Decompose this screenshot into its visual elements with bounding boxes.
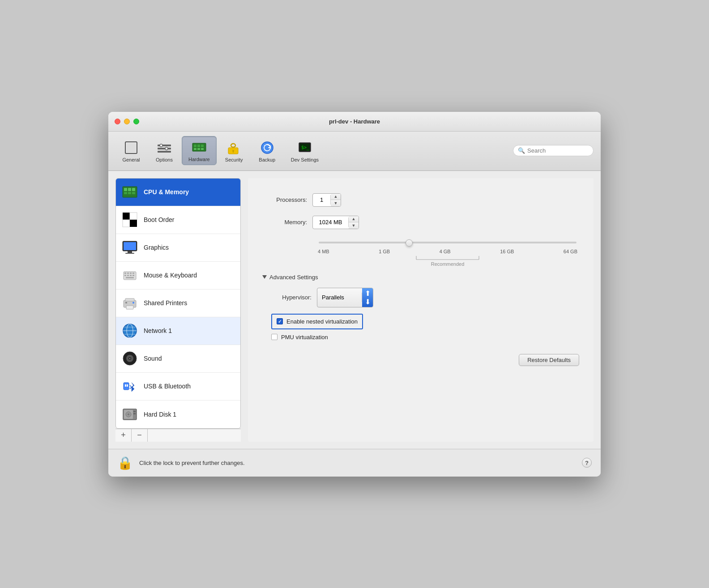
network-icon <box>121 322 138 339</box>
processors-stepper-btns: ▲ ▼ <box>331 194 341 206</box>
recommended-bracket-svg <box>389 255 506 261</box>
svg-rect-64 <box>127 384 128 387</box>
hypervisor-arrow-icon: ⬆⬇ <box>362 288 373 307</box>
slider-label-4gb: 4 GB <box>440 249 451 254</box>
nested-virt-label: Enable nested virtualization <box>286 318 358 325</box>
memory-value: 1024 MB <box>313 217 349 227</box>
minimize-button[interactable] <box>124 119 130 124</box>
toolbar-item-backup[interactable]: Backup <box>252 137 283 165</box>
sidebar-item-mouse-keyboard[interactable]: Mouse & Keyboard <box>116 262 240 290</box>
svg-point-5 <box>160 144 162 147</box>
sound-icon <box>121 350 138 367</box>
backup-icon <box>259 140 275 156</box>
svg-rect-46 <box>132 275 134 276</box>
mouse-keyboard-icon <box>121 267 138 284</box>
svg-rect-43 <box>124 275 126 276</box>
svg-rect-40 <box>127 273 129 274</box>
content-area: Processors: 1 ▲ ▼ Memory: 1024 MB ▲ ▼ <box>248 178 594 442</box>
memory-stepper[interactable]: 1024 MB ▲ ▼ <box>312 216 359 229</box>
svg-rect-41 <box>130 273 132 274</box>
slider-label-4mb: 4 MB <box>318 249 329 254</box>
add-button[interactable]: + <box>115 429 132 442</box>
toolbar-item-dev-settings[interactable]: $>_ Dev Settings <box>285 137 325 165</box>
hypervisor-row: Hypervisor: Parallels ⬆⬇ <box>271 288 579 307</box>
toolbar-item-options[interactable]: Options <box>149 137 180 165</box>
maximize-button[interactable] <box>133 119 139 124</box>
processors-stepper[interactable]: 1 ▲ ▼ <box>312 193 341 207</box>
help-button[interactable]: ? <box>582 458 592 468</box>
sidebar-item-cpu-memory[interactable]: CPU & Memory <box>116 179 240 206</box>
sidebar-item-hard-disk-label: Hard Disk 1 <box>144 411 176 418</box>
svg-rect-24 <box>124 188 127 191</box>
advanced-settings-label: Advanced Settings <box>269 274 318 281</box>
sidebar-item-boot-order-label: Boot Order <box>144 216 174 223</box>
advanced-settings-toggle[interactable]: Advanced Settings <box>262 274 579 281</box>
sidebar-item-graphics[interactable]: Graphics <box>116 234 240 262</box>
memory-decrement[interactable]: ▼ <box>349 222 359 229</box>
nested-virt-checkbox[interactable] <box>277 318 283 324</box>
toolbar-item-general[interactable]: General <box>115 137 147 165</box>
svg-line-66 <box>130 387 132 389</box>
memory-slider-section: 4 MB 1 GB 4 GB 16 GB 64 GB Recommended <box>262 238 579 267</box>
svg-rect-10 <box>201 145 204 147</box>
svg-rect-47 <box>126 277 134 278</box>
svg-rect-49 <box>125 298 134 301</box>
processors-increment[interactable]: ▲ <box>331 194 341 200</box>
sidebar-item-usb-bluetooth-label: USB & Bluetooth <box>144 383 191 390</box>
slider-label-64gb: 64 GB <box>564 249 577 254</box>
search-box[interactable]: 🔍 <box>513 145 594 156</box>
boot-order-icon <box>121 211 138 228</box>
memory-stepper-btns: ▲ ▼ <box>349 216 359 229</box>
advanced-settings-section: Advanced Settings Hypervisor: Parallels … <box>262 274 579 341</box>
hypervisor-select[interactable]: Parallels ⬆⬇ <box>317 288 373 307</box>
svg-point-19 <box>261 142 273 153</box>
processors-value: 1 <box>313 195 331 205</box>
toolbar-item-hardware[interactable]: Hardware <box>182 136 217 165</box>
slider-thumb[interactable] <box>406 239 413 247</box>
slider-labels: 4 MB 1 GB 4 GB 16 GB 64 GB <box>316 249 579 254</box>
svg-rect-8 <box>194 145 196 147</box>
sidebar-item-network[interactable]: Network 1 <box>116 317 240 345</box>
pmu-virt-checkbox[interactable] <box>271 334 278 340</box>
dev-settings-label: Dev Settings <box>291 157 319 162</box>
svg-rect-35 <box>124 242 136 250</box>
svg-rect-36 <box>128 251 132 253</box>
svg-rect-30 <box>123 213 130 220</box>
slider-track <box>319 238 577 247</box>
hard-disk-icon <box>121 406 138 423</box>
sidebar-item-hard-disk[interactable]: Hard Disk 1 <box>116 401 240 428</box>
bottom-bar: 🔒 Click the lock to prevent further chan… <box>108 449 601 477</box>
svg-rect-42 <box>132 273 134 274</box>
svg-rect-1 <box>127 143 136 152</box>
remove-button[interactable]: − <box>132 429 148 442</box>
hardware-label: Hardware <box>188 157 210 162</box>
svg-rect-3 <box>158 148 171 149</box>
general-icon <box>123 140 139 156</box>
toolbar: General Options <box>108 132 601 171</box>
svg-rect-70 <box>133 413 136 414</box>
memory-increment[interactable]: ▲ <box>349 216 359 222</box>
main-content: CPU & Memory Boot Order <box>108 171 601 449</box>
svg-rect-11 <box>194 148 196 150</box>
dev-settings-icon: $>_ <box>297 140 313 156</box>
processors-decrement[interactable]: ▼ <box>331 200 341 206</box>
search-input[interactable] <box>527 147 589 154</box>
backup-label: Backup <box>259 157 275 162</box>
restore-defaults-button[interactable]: Restore Defaults <box>519 354 579 366</box>
svg-rect-33 <box>130 220 137 227</box>
memory-label: Memory: <box>262 219 307 226</box>
pmu-virt-row: PMU virtualization <box>271 334 579 341</box>
sidebar-item-shared-printers[interactable]: Shared Printers <box>116 290 240 317</box>
sidebar-item-boot-order[interactable]: Boot Order <box>116 206 240 234</box>
lock-icon[interactable]: 🔒 <box>117 456 133 470</box>
sidebar-item-mouse-keyboard-label: Mouse & Keyboard <box>144 272 197 279</box>
svg-rect-50 <box>126 306 133 309</box>
main-window: prl-dev - Hardware General <box>108 112 601 477</box>
sidebar-item-shared-printers-label: Shared Printers <box>144 299 187 307</box>
sidebar-item-sound[interactable]: Sound <box>116 345 240 373</box>
sidebar-item-usb-bluetooth[interactable]: USB & Bluetooth <box>116 373 240 401</box>
svg-rect-69 <box>133 411 136 412</box>
close-button[interactable] <box>115 119 120 124</box>
security-icon <box>226 140 242 156</box>
toolbar-item-security[interactable]: Security <box>218 137 250 165</box>
